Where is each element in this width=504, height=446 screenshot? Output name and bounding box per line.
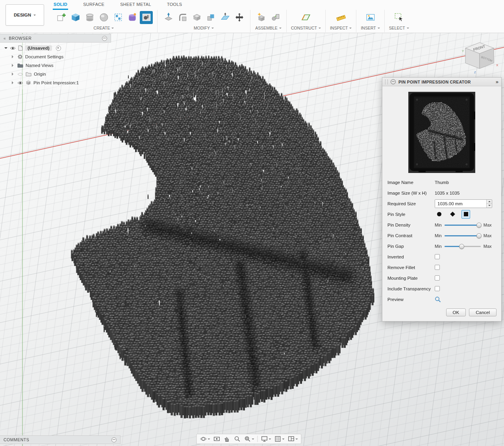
tree-item-document-settings[interactable]: Document Settings — [0, 52, 111, 61]
insert-image-icon[interactable] — [364, 11, 377, 24]
max-label: Max — [484, 244, 492, 249]
required-size-input[interactable] — [435, 200, 486, 208]
collapse-dialog-icon[interactable] — [391, 79, 396, 84]
remove-fillet-checkbox[interactable] — [435, 265, 440, 270]
min-label: Min — [435, 244, 442, 249]
mounting-plate-checkbox[interactable] — [435, 275, 440, 281]
cylinder-icon[interactable] — [83, 11, 96, 24]
row-required-size: Required Size — [382, 198, 501, 209]
create-sketch-icon[interactable] — [55, 11, 68, 24]
max-label: Max — [484, 233, 492, 238]
pin-style-circle[interactable] — [435, 210, 443, 219]
tree-item-label: Document Settings — [25, 54, 63, 59]
viewcube[interactable]: FRONT BOTTOM X Y Z — [461, 40, 498, 77]
create-form-icon[interactable] — [126, 11, 139, 24]
grid-settings-icon[interactable] — [272, 435, 286, 443]
construct-dropdown[interactable]: CONSTRUCT — [291, 25, 321, 30]
fillet-icon[interactable] — [176, 11, 189, 24]
viewports-icon[interactable] — [286, 435, 299, 443]
pan-icon[interactable] — [222, 435, 232, 443]
pin-point-image-icon[interactable] — [140, 11, 153, 24]
browser-tree: (Unsaved) Document Settings Named Views … — [0, 43, 111, 89]
cancel-button[interactable]: Cancel — [469, 308, 497, 316]
row-pin-contrast: Pin Contrast Min Max — [382, 230, 501, 241]
expand-arrow-icon[interactable] — [12, 72, 15, 76]
expand-arrows-icon[interactable]: » — [496, 79, 498, 84]
joint-icon[interactable] — [269, 11, 282, 24]
tree-item-named-views[interactable]: Named Views — [0, 61, 111, 70]
new-component-icon[interactable] — [255, 11, 268, 24]
select-icon[interactable] — [393, 11, 406, 24]
expand-arrow-icon[interactable] — [12, 81, 15, 84]
inverted-checkbox[interactable] — [435, 254, 440, 259]
dialog-titlebar[interactable]: PIN POINT IMPRESSION CREATOR » — [382, 78, 501, 86]
field-label: Pin Style — [387, 212, 435, 217]
visibility-eye-off-icon[interactable] — [17, 72, 23, 76]
box-icon[interactable] — [69, 11, 82, 24]
pin-style-diamond[interactable] — [448, 210, 457, 219]
pin-density-slider[interactable] — [445, 222, 481, 228]
tab-sheet-metal[interactable]: SHEET METAL — [119, 0, 152, 10]
expand-arrow-icon[interactable] — [12, 55, 15, 58]
expand-arrow-icon[interactable] — [4, 47, 7, 50]
field-label: Inverted — [387, 255, 435, 259]
comments-bar[interactable]: COMMENTS — [0, 435, 120, 444]
pin-contrast-slider[interactable] — [445, 233, 481, 238]
pin-gap-slider[interactable] — [445, 243, 481, 249]
assemble-dropdown[interactable]: ASSEMBLE — [255, 25, 282, 30]
fit-icon[interactable] — [242, 435, 256, 443]
shell-icon[interactable] — [190, 11, 203, 24]
viewport: FRONT BOTTOM X Y Z « BROWSER (Unsaved) — [0, 33, 504, 446]
display-settings-icon[interactable] — [259, 435, 272, 443]
ribbon-tabs: SOLID SURFACE SHEET METAL TOOLS — [53, 0, 183, 10]
visibility-eye-icon[interactable] — [10, 46, 16, 50]
include-transparency-checkbox[interactable] — [435, 286, 440, 291]
measure-icon[interactable] — [334, 11, 347, 24]
pin-style-square[interactable] — [461, 210, 470, 219]
press-pull-icon[interactable] — [162, 11, 175, 24]
tree-item-origin[interactable]: Origin — [0, 70, 111, 78]
activate-radio-icon[interactable] — [56, 46, 61, 51]
collapse-panel-icon[interactable]: « — [4, 36, 6, 41]
zoom-icon[interactable] — [232, 435, 242, 443]
slider-handle[interactable] — [476, 233, 482, 238]
row-remove-fillet: Remove Fillet — [382, 262, 501, 273]
select-dropdown[interactable]: SELECT — [389, 25, 409, 30]
display-bar-icon[interactable] — [102, 36, 107, 41]
slider-handle[interactable] — [476, 223, 482, 228]
offset-face-icon[interactable] — [219, 11, 232, 24]
combine-icon[interactable] — [204, 11, 217, 24]
dialog-preview — [382, 86, 501, 177]
tab-surface[interactable]: SURFACE — [82, 0, 105, 10]
sphere-icon[interactable] — [97, 11, 110, 24]
tree-item-root[interactable]: (Unsaved) — [0, 44, 111, 52]
field-label: Pin Density — [387, 223, 435, 227]
group-assemble: ASSEMBLE — [250, 10, 287, 32]
dialog-title: PIN POINT IMPRESSION CREATOR — [398, 80, 493, 84]
orbit-icon[interactable] — [198, 435, 211, 443]
ok-button[interactable]: OK — [446, 308, 466, 316]
group-inspect: INSPECT — [326, 10, 357, 32]
spin-down-icon[interactable] — [487, 204, 492, 208]
look-at-icon[interactable] — [211, 435, 222, 443]
field-label: Include Transparency — [387, 286, 435, 291]
construction-plane-icon[interactable] — [299, 11, 312, 24]
tree-item-pin-point-impression[interactable]: Pin Point Impression:1 — [0, 78, 111, 87]
create-dropdown[interactable]: CREATE — [94, 25, 114, 30]
visibility-eye-icon[interactable] — [17, 81, 23, 85]
move-icon[interactable] — [233, 11, 246, 24]
preview-magnifier-icon[interactable] — [435, 296, 441, 303]
tab-tools[interactable]: TOOLS — [166, 0, 183, 10]
inspect-dropdown[interactable]: INSPECT — [330, 25, 352, 30]
insert-dropdown[interactable]: INSERT — [361, 25, 380, 30]
tab-solid[interactable]: SOLID — [53, 0, 68, 10]
spin-up-icon[interactable] — [487, 200, 492, 204]
modify-dropdown[interactable]: MODIFY — [194, 25, 214, 30]
browser-panel: « BROWSER (Unsaved) Document Settings Na… — [0, 34, 111, 89]
slider-handle[interactable] — [459, 244, 464, 249]
rectangular-pattern-icon[interactable] — [111, 11, 124, 24]
drag-grip-icon — [385, 80, 388, 84]
comments-toggle-icon[interactable] — [111, 437, 117, 442]
expand-arrow-icon[interactable] — [12, 64, 15, 67]
design-menu-button[interactable]: DESIGN — [6, 4, 44, 26]
